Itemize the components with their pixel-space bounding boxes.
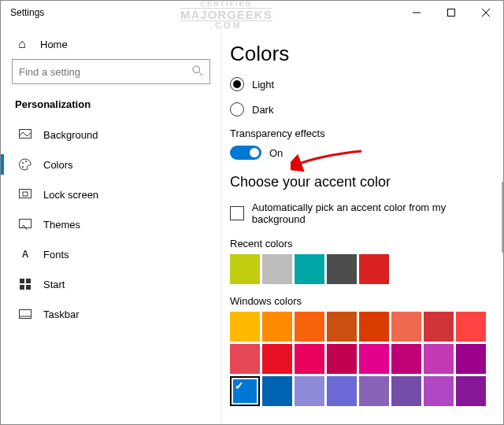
color-swatch[interactable] [262, 376, 292, 406]
themes-icon [18, 219, 32, 230]
color-swatch[interactable] [391, 344, 421, 374]
svg-point-9 [22, 166, 24, 168]
color-swatch[interactable] [295, 376, 324, 406]
home-nav[interactable]: ⌂ Home [12, 32, 210, 59]
lock-screen-icon [18, 189, 32, 200]
color-swatch[interactable] [230, 254, 260, 284]
home-icon: ⌂ [15, 37, 29, 51]
sidebar-item-background[interactable]: Background [12, 120, 210, 150]
color-swatch[interactable] [424, 344, 454, 374]
scrollbar[interactable] [502, 182, 503, 253]
sidebar-item-start[interactable]: Start [12, 269, 210, 299]
radio-light[interactable]: Light [230, 77, 498, 91]
transparency-toggle[interactable] [230, 146, 261, 160]
color-swatch[interactable] [295, 344, 324, 374]
svg-line-5 [199, 72, 202, 75]
page-title: Colors [230, 42, 498, 66]
sidebar-item-fonts[interactable]: A Fonts [12, 239, 210, 269]
transparency-label: Transparency effects [230, 128, 498, 139]
checkbox-label: Automatically pick an accent color from … [252, 201, 498, 225]
taskbar-icon [18, 309, 32, 319]
color-swatch[interactable] [262, 312, 292, 342]
recent-colors-row [230, 254, 498, 284]
svg-point-4 [193, 65, 200, 72]
maximize-button[interactable] [434, 1, 469, 24]
svg-rect-12 [20, 220, 32, 228]
checkbox-icon [230, 206, 244, 220]
color-swatch[interactable] [295, 254, 324, 284]
svg-rect-19 [20, 310, 32, 319]
color-swatch[interactable] [295, 312, 324, 342]
recent-colors-label: Recent colors [230, 238, 498, 249]
accent-heading: Choose your accent color [230, 174, 498, 190]
radio-icon [230, 77, 244, 91]
nav-label: Colors [43, 159, 73, 171]
sidebar-item-lockscreen[interactable]: Lock screen [12, 179, 210, 209]
color-swatch[interactable] [359, 344, 389, 374]
color-swatch[interactable] [327, 376, 357, 406]
svg-point-8 [25, 161, 27, 162]
nav-label: Background [43, 129, 98, 141]
window-title: Settings [10, 7, 44, 18]
windows-colors-label: Windows colors [230, 295, 498, 307]
color-swatch[interactable] [230, 344, 260, 374]
auto-pick-checkbox[interactable]: Automatically pick an accent color from … [230, 201, 498, 225]
nav-label: Lock screen [43, 189, 98, 201]
minimize-button[interactable] [399, 1, 434, 24]
svg-rect-11 [23, 192, 28, 196]
svg-rect-15 [20, 279, 24, 283]
nav-label: Taskbar [43, 309, 80, 320]
sidebar-heading: Personalization [12, 98, 210, 110]
sidebar-item-themes[interactable]: Themes [12, 209, 210, 239]
toggle-state: On [269, 147, 283, 159]
sidebar-item-colors[interactable]: Colors [12, 150, 210, 179]
svg-rect-18 [26, 285, 31, 290]
search-input[interactable] [12, 59, 210, 84]
color-swatch[interactable] [327, 254, 357, 284]
color-swatch[interactable] [262, 254, 292, 284]
radio-icon [230, 102, 244, 116]
color-swatch[interactable] [391, 376, 421, 406]
svg-rect-17 [20, 285, 24, 290]
background-icon [18, 129, 32, 140]
color-swatch[interactable] [456, 344, 486, 374]
nav-label: Start [43, 279, 65, 290]
color-swatch[interactable] [456, 376, 486, 406]
fonts-icon: A [18, 249, 32, 260]
nav-label: Themes [43, 219, 80, 231]
color-swatch[interactable] [391, 312, 421, 342]
svg-rect-10 [20, 190, 32, 198]
color-swatch[interactable] [230, 312, 260, 342]
windows-colors-grid [230, 312, 498, 406]
color-swatch[interactable] [359, 312, 389, 342]
color-swatch[interactable] [424, 312, 454, 342]
color-swatch[interactable] [424, 376, 454, 406]
svg-point-7 [22, 162, 24, 164]
colors-icon [18, 158, 32, 171]
nav-label: Fonts [43, 249, 69, 261]
color-swatch[interactable] [262, 344, 292, 374]
radio-label: Light [252, 79, 274, 91]
color-swatch[interactable] [230, 376, 260, 406]
search-icon [192, 65, 203, 79]
home-label: Home [40, 39, 68, 50]
radio-dark[interactable]: Dark [230, 102, 498, 116]
sidebar-item-taskbar[interactable]: Taskbar [12, 299, 210, 329]
svg-rect-16 [26, 279, 31, 283]
start-icon [18, 279, 32, 290]
svg-rect-1 [448, 9, 455, 17]
radio-label: Dark [252, 104, 273, 116]
color-swatch[interactable] [359, 254, 389, 284]
close-button[interactable] [469, 1, 503, 24]
color-swatch[interactable] [327, 344, 357, 374]
search-field[interactable] [19, 66, 192, 78]
color-swatch[interactable] [359, 376, 389, 406]
color-swatch[interactable] [327, 312, 357, 342]
color-swatch[interactable] [456, 312, 486, 342]
